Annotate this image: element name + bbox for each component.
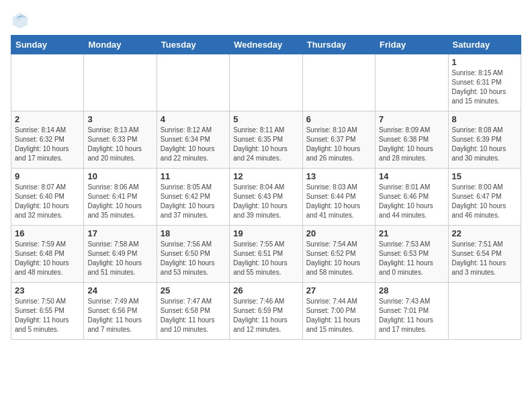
day-info: Sunrise: 8:03 AM Sunset: 6:44 PM Dayligh…	[306, 183, 371, 220]
day-info: Sunrise: 7:46 AM Sunset: 6:59 PM Dayligh…	[233, 297, 298, 334]
day-number: 14	[379, 171, 444, 181]
calendar-cell: 23Sunrise: 7:50 AM Sunset: 6:55 PM Dayli…	[11, 283, 84, 340]
day-info: Sunrise: 8:01 AM Sunset: 6:46 PM Dayligh…	[379, 183, 444, 220]
calendar-cell: 15Sunrise: 8:00 AM Sunset: 6:47 PM Dayli…	[448, 169, 521, 226]
calendar-cell: 20Sunrise: 7:54 AM Sunset: 6:52 PM Dayli…	[302, 226, 375, 283]
calendar-cell: 21Sunrise: 7:53 AM Sunset: 6:53 PM Dayli…	[375, 226, 448, 283]
week-row-4: 16Sunrise: 7:59 AM Sunset: 6:48 PM Dayli…	[11, 226, 521, 283]
calendar-cell	[302, 54, 375, 111]
week-row-5: 23Sunrise: 7:50 AM Sunset: 6:55 PM Dayli…	[11, 283, 521, 340]
day-number: 18	[161, 228, 226, 238]
day-number: 6	[306, 114, 371, 124]
calendar-cell: 28Sunrise: 7:43 AM Sunset: 7:01 PM Dayli…	[375, 283, 448, 340]
calendar-cell: 7Sunrise: 8:09 AM Sunset: 6:38 PM Daylig…	[375, 111, 448, 169]
day-info: Sunrise: 7:59 AM Sunset: 6:48 PM Dayligh…	[15, 240, 80, 277]
day-info: Sunrise: 7:43 AM Sunset: 7:01 PM Dayligh…	[379, 297, 444, 334]
calendar-cell: 18Sunrise: 7:56 AM Sunset: 6:50 PM Dayli…	[157, 226, 229, 283]
calendar-cell: 26Sunrise: 7:46 AM Sunset: 6:59 PM Dayli…	[230, 283, 302, 340]
day-number: 1	[452, 57, 517, 67]
day-number: 2	[15, 114, 80, 124]
weekday-header-saturday: Saturday	[448, 36, 521, 54]
calendar-cell: 9Sunrise: 8:07 AM Sunset: 6:40 PM Daylig…	[11, 169, 84, 226]
day-info: Sunrise: 7:50 AM Sunset: 6:55 PM Dayligh…	[15, 297, 80, 334]
calendar-cell: 3Sunrise: 8:13 AM Sunset: 6:33 PM Daylig…	[84, 111, 157, 169]
day-info: Sunrise: 8:11 AM Sunset: 6:35 PM Dayligh…	[233, 126, 298, 163]
day-info: Sunrise: 7:58 AM Sunset: 6:49 PM Dayligh…	[87, 240, 152, 277]
day-info: Sunrise: 8:15 AM Sunset: 6:31 PM Dayligh…	[452, 68, 517, 106]
week-row-2: 2Sunrise: 8:14 AM Sunset: 6:32 PM Daylig…	[11, 111, 521, 169]
day-number: 26	[233, 285, 298, 295]
svg-marker-0	[13, 13, 28, 29]
day-number: 3	[87, 114, 152, 124]
day-info: Sunrise: 8:05 AM Sunset: 6:42 PM Dayligh…	[161, 183, 226, 220]
calendar-cell: 24Sunrise: 7:49 AM Sunset: 6:56 PM Dayli…	[84, 283, 157, 340]
day-info: Sunrise: 7:55 AM Sunset: 6:51 PM Dayligh…	[233, 240, 298, 277]
day-info: Sunrise: 8:00 AM Sunset: 6:47 PM Dayligh…	[452, 183, 517, 220]
day-number: 28	[379, 285, 444, 295]
calendar-cell: 16Sunrise: 7:59 AM Sunset: 6:48 PM Dayli…	[11, 226, 84, 283]
day-info: Sunrise: 7:53 AM Sunset: 6:53 PM Dayligh…	[379, 240, 444, 277]
calendar-cell: 4Sunrise: 8:12 AM Sunset: 6:34 PM Daylig…	[157, 111, 229, 169]
day-info: Sunrise: 7:51 AM Sunset: 6:54 PM Dayligh…	[452, 240, 517, 277]
weekday-header-monday: Monday	[84, 36, 157, 54]
day-number: 22	[452, 228, 517, 238]
logo-icon	[11, 11, 30, 30]
calendar-cell	[230, 54, 302, 111]
calendar-cell: 12Sunrise: 8:04 AM Sunset: 6:43 PM Dayli…	[230, 169, 302, 226]
day-info: Sunrise: 8:10 AM Sunset: 6:37 PM Dayligh…	[306, 126, 371, 163]
calendar-cell: 19Sunrise: 7:55 AM Sunset: 6:51 PM Dayli…	[230, 226, 302, 283]
calendar-cell: 1Sunrise: 8:15 AM Sunset: 6:31 PM Daylig…	[448, 54, 521, 111]
week-row-1: 1Sunrise: 8:15 AM Sunset: 6:31 PM Daylig…	[11, 54, 521, 111]
day-info: Sunrise: 7:49 AM Sunset: 6:56 PM Dayligh…	[87, 297, 152, 334]
calendar-cell: 14Sunrise: 8:01 AM Sunset: 6:46 PM Dayli…	[375, 169, 448, 226]
day-number: 23	[15, 285, 80, 295]
calendar-cell: 27Sunrise: 7:44 AM Sunset: 7:00 PM Dayli…	[302, 283, 375, 340]
day-number: 19	[233, 228, 298, 238]
page-header	[11, 11, 521, 30]
day-number: 15	[452, 171, 517, 181]
day-info: Sunrise: 7:56 AM Sunset: 6:50 PM Dayligh…	[161, 240, 226, 277]
weekday-header-sunday: Sunday	[11, 36, 84, 54]
logo	[11, 11, 32, 30]
calendar-cell	[448, 283, 521, 340]
calendar-cell	[11, 54, 84, 111]
day-info: Sunrise: 7:44 AM Sunset: 7:00 PM Dayligh…	[306, 297, 371, 334]
day-number: 12	[233, 171, 298, 181]
calendar-cell	[375, 54, 448, 111]
weekday-header-wednesday: Wednesday	[230, 36, 302, 54]
calendar-cell: 13Sunrise: 8:03 AM Sunset: 6:44 PM Dayli…	[302, 169, 375, 226]
day-info: Sunrise: 7:54 AM Sunset: 6:52 PM Dayligh…	[306, 240, 371, 277]
calendar-cell: 25Sunrise: 7:47 AM Sunset: 6:58 PM Dayli…	[157, 283, 229, 340]
day-number: 25	[161, 285, 226, 295]
day-info: Sunrise: 8:04 AM Sunset: 6:43 PM Dayligh…	[233, 183, 298, 220]
calendar-cell: 8Sunrise: 8:08 AM Sunset: 6:39 PM Daylig…	[448, 111, 521, 169]
day-number: 10	[87, 171, 152, 181]
day-number: 27	[306, 285, 371, 295]
day-number: 9	[15, 171, 80, 181]
day-number: 8	[452, 114, 517, 124]
calendar-cell: 5Sunrise: 8:11 AM Sunset: 6:35 PM Daylig…	[230, 111, 302, 169]
calendar-table: SundayMondayTuesdayWednesdayThursdayFrid…	[11, 35, 521, 340]
day-info: Sunrise: 8:13 AM Sunset: 6:33 PM Dayligh…	[87, 126, 152, 163]
calendar-cell: 22Sunrise: 7:51 AM Sunset: 6:54 PM Dayli…	[448, 226, 521, 283]
weekday-header-row: SundayMondayTuesdayWednesdayThursdayFrid…	[11, 36, 521, 54]
day-number: 4	[161, 114, 226, 124]
weekday-header-friday: Friday	[375, 36, 448, 54]
day-number: 17	[87, 228, 152, 238]
day-info: Sunrise: 8:06 AM Sunset: 6:41 PM Dayligh…	[87, 183, 152, 220]
day-info: Sunrise: 8:14 AM Sunset: 6:32 PM Dayligh…	[15, 126, 80, 163]
calendar-cell	[84, 54, 157, 111]
calendar-cell: 10Sunrise: 8:06 AM Sunset: 6:41 PM Dayli…	[84, 169, 157, 226]
day-number: 20	[306, 228, 371, 238]
calendar-cell: 17Sunrise: 7:58 AM Sunset: 6:49 PM Dayli…	[84, 226, 157, 283]
day-number: 24	[87, 285, 152, 295]
day-number: 5	[233, 114, 298, 124]
day-info: Sunrise: 8:12 AM Sunset: 6:34 PM Dayligh…	[161, 126, 226, 163]
day-number: 11	[161, 171, 226, 181]
day-number: 13	[306, 171, 371, 181]
day-info: Sunrise: 7:47 AM Sunset: 6:58 PM Dayligh…	[161, 297, 226, 334]
weekday-header-thursday: Thursday	[302, 36, 375, 54]
day-number: 16	[15, 228, 80, 238]
calendar-cell: 11Sunrise: 8:05 AM Sunset: 6:42 PM Dayli…	[157, 169, 229, 226]
day-info: Sunrise: 8:07 AM Sunset: 6:40 PM Dayligh…	[15, 183, 80, 220]
